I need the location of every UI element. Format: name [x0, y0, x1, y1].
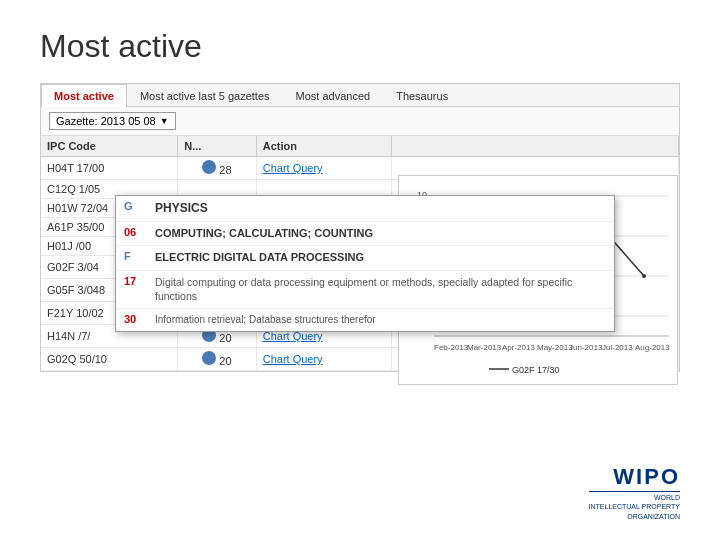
x-label-mar: Mar-2013 — [467, 343, 502, 352]
tooltip-desc: PHYSICS — [155, 200, 208, 217]
wipo-main-text: WIPO — [589, 464, 680, 490]
tab-bar: Most active Most active last 5 gazettes … — [41, 84, 679, 107]
wipo-logo: WIPO WORLD INTELLECTUAL PROPERTY ORGANIZ… — [589, 464, 680, 522]
tab-most-active-last5[interactable]: Most active last 5 gazettes — [127, 84, 283, 107]
gazette-dropdown[interactable]: Gazette: 2013 05 08 ▼ — [49, 112, 176, 130]
x-label-feb: Feb-2013 — [434, 343, 469, 352]
tab-most-advanced[interactable]: Most advanced — [283, 84, 384, 107]
x-label-jun: Jun-2013 — [569, 343, 603, 352]
tooltip-row: 17Digital computing or data processing e… — [116, 271, 614, 309]
x-label-aug: Aug-2013 — [635, 343, 670, 352]
tooltip-row: 06COMPUTING; CALCULATING; COUNTING — [116, 222, 614, 246]
tab-most-active[interactable]: Most active — [41, 84, 127, 107]
tooltip-code: G — [124, 200, 149, 212]
data-point-aug — [642, 274, 646, 278]
tooltip-code: 06 — [124, 226, 149, 238]
tooltip-code: 17 — [124, 275, 149, 287]
tooltip-row: 30Information retrieval; Database struct… — [116, 309, 614, 331]
gazette-label: Gazette: 2013 05 08 — [56, 115, 156, 127]
cell-action: Chart Query — [256, 348, 391, 371]
tab-thesaurus[interactable]: Thesaurus — [383, 84, 461, 107]
tooltip-desc: ELECTRIC DIGITAL DATA PROCESSING — [155, 250, 364, 265]
row-icon[interactable] — [202, 351, 216, 365]
x-label-jul: Jul-2013 — [602, 343, 633, 352]
page-title: Most active — [0, 0, 720, 65]
wipo-sub-text: WORLD INTELLECTUAL PROPERTY ORGANIZATION — [589, 493, 680, 522]
tooltip-code: F — [124, 250, 149, 262]
chart-legend: G02F 17/30 — [512, 365, 560, 375]
col-n: N... — [178, 136, 256, 157]
tooltip-row: FELECTRIC DIGITAL DATA PROCESSING — [116, 246, 614, 270]
cell-ipc: H04T 17/00 — [41, 157, 178, 180]
chart-query-link[interactable]: Chart Query — [263, 353, 323, 365]
cell-n: 28 — [178, 157, 256, 180]
row-icon[interactable] — [202, 160, 216, 174]
col-ipc-code: IPC Code — [41, 136, 178, 157]
tooltip-desc: Digital computing or data processing equ… — [155, 275, 606, 304]
cell-action: Chart Query — [256, 157, 391, 180]
table-header-row: IPC Code N... Action — [41, 136, 679, 157]
tooltip-code: 30 — [124, 313, 149, 325]
cell-n: 20 — [178, 348, 256, 371]
tooltip-row: GPHYSICS — [116, 196, 614, 222]
cell-ipc: G02Q 50/10 — [41, 348, 178, 371]
col-chart — [392, 136, 679, 157]
toolbar: Gazette: 2013 05 08 ▼ — [41, 107, 679, 136]
x-label-may: May-2013 — [537, 343, 573, 352]
chart-query-link[interactable]: Chart Query — [263, 162, 323, 174]
x-label-apr: Apr-2013 — [502, 343, 535, 352]
col-action: Action — [256, 136, 391, 157]
tooltip-desc: COMPUTING; CALCULATING; COUNTING — [155, 226, 373, 241]
tooltip-desc: Information retrieval; Database structur… — [155, 313, 376, 327]
tooltip-popup: GPHYSICS06COMPUTING; CALCULATING; COUNTI… — [115, 195, 615, 332]
wipo-divider — [589, 491, 680, 492]
gazette-dropdown-arrow: ▼ — [160, 116, 169, 126]
